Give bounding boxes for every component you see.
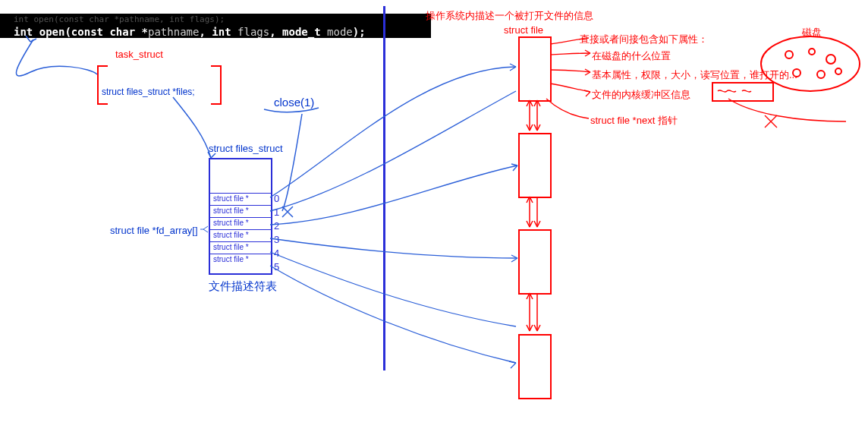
label-fd-array: struct file *fd_array[]	[110, 225, 198, 236]
label-attr1: 在磁盘的什么位置	[592, 49, 671, 63]
file-node-1	[518, 36, 552, 102]
fd-cell-0: struct file *	[210, 193, 271, 205]
file-node-4	[518, 334, 552, 399]
label-next-ptr: struct file *next 指针	[590, 114, 678, 128]
code-line2: int open(const char *pathname, int flags…	[14, 26, 417, 38]
vertical-divider	[383, 6, 385, 370]
file-node-3	[518, 229, 552, 295]
files-struct-box: struct file * struct file * struct file …	[209, 158, 272, 275]
svg-point-6	[835, 68, 841, 74]
label-struct-file: struct file	[504, 24, 543, 36]
svg-point-3	[826, 55, 835, 64]
label-close1: close(1)	[274, 96, 314, 109]
fd-cell-1: struct file *	[210, 205, 271, 217]
idx-0: 0	[274, 193, 279, 204]
label-attr-head: 直接或者间接包含如下属性：	[580, 33, 708, 46]
file-node-2	[518, 133, 552, 198]
fd-cell-4: struct file *	[210, 241, 271, 254]
label-task-struct: task_struct	[115, 49, 163, 60]
svg-point-1	[785, 51, 793, 58]
label-attr3: 文件的内核缓冲区信息	[592, 88, 690, 102]
fd-cell-5: struct file *	[210, 254, 271, 266]
label-attr2: 基本属性，权限，大小，读写位置，谁打开的...	[592, 68, 797, 82]
idx-2: 2	[274, 220, 279, 232]
label-fd-table: 文件描述符表	[209, 279, 277, 294]
code-line1: int open(const char *pathname, int flags…	[14, 14, 417, 26]
fd-cell-2: struct file *	[210, 217, 271, 229]
idx-4: 4	[274, 247, 279, 259]
svg-point-5	[817, 71, 825, 78]
svg-point-2	[809, 49, 815, 55]
label-files-member: struct files_struct *files;	[102, 87, 195, 97]
buffer-box	[712, 82, 774, 102]
svg-point-0	[761, 36, 860, 91]
idx-3: 3	[274, 234, 279, 245]
label-disk: 磁盘	[802, 26, 822, 39]
idx-5: 5	[274, 261, 279, 273]
code-snippet: int open(const char *pathname, int flags…	[0, 14, 431, 38]
label-os-file-info: 操作系统内描述一个被打开文件的信息	[426, 9, 593, 23]
fd-cell-3: struct file *	[210, 229, 271, 241]
task-struct-outline	[97, 67, 222, 103]
arrows-overlay	[0, 0, 868, 435]
idx-1: 1	[274, 206, 279, 218]
label-files-struct: struct files_struct	[209, 143, 283, 154]
